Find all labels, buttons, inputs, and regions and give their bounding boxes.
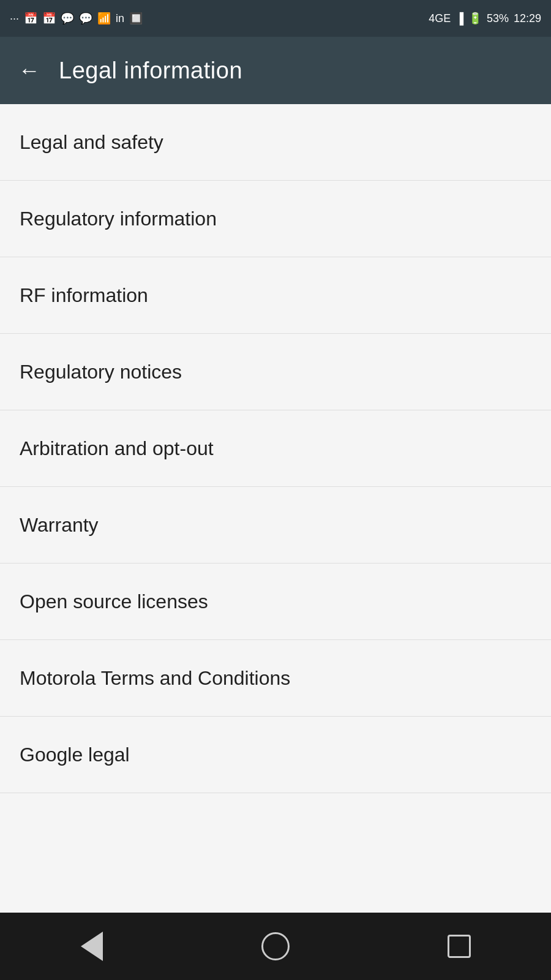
calendar-icon-2: 📅 <box>42 12 56 25</box>
home-nav-icon <box>261 932 290 960</box>
notification-dots-icon: ··· <box>10 12 19 25</box>
menu-item-rf-info[interactable]: RF information <box>0 257 551 334</box>
battery-icon: 🔋 <box>468 12 482 25</box>
menu-item-label-legal-safety: Legal and safety <box>20 131 163 154</box>
menu-item-warranty[interactable]: Warranty <box>0 487 551 564</box>
network-type-label: 4GE <box>429 12 451 25</box>
menu-item-open-source[interactable]: Open source licenses <box>0 564 551 640</box>
app-icon: 🔲 <box>129 12 143 25</box>
status-bar-right: 4GE ▐ 🔋 53% 12:29 <box>429 12 541 25</box>
back-button[interactable]: ← <box>15 56 44 85</box>
menu-item-motorola-terms[interactable]: Motorola Terms and Conditions <box>0 640 551 717</box>
nav-home-button[interactable] <box>251 922 300 971</box>
back-nav-icon <box>81 932 103 961</box>
menu-item-label-motorola-terms: Motorola Terms and Conditions <box>20 667 290 690</box>
chat-icon-2: 💬 <box>79 12 92 25</box>
time-display: 12:29 <box>514 12 541 25</box>
menu-item-arbitration[interactable]: Arbitration and opt-out <box>0 410 551 487</box>
calendar-icon-1: 📅 <box>24 12 37 25</box>
menu-item-legal-safety[interactable]: Legal and safety <box>0 104 551 181</box>
bottom-nav-bar <box>0 913 551 980</box>
menu-item-label-rf-info: RF information <box>20 284 148 307</box>
menu-list: Legal and safetyRegulatory informationRF… <box>0 104 551 793</box>
linkedin-icon: in <box>116 12 124 25</box>
chat-icon-1: 💬 <box>61 12 74 25</box>
battery-percent: 53% <box>487 12 509 25</box>
status-bar: ··· 📅 📅 💬 💬 📶 in 🔲 4GE ▐ 🔋 53% 12:29 <box>0 0 551 37</box>
signal-icon: ▐ <box>455 12 463 25</box>
recents-nav-icon <box>448 935 471 958</box>
menu-item-regulatory-info[interactable]: Regulatory information <box>0 181 551 257</box>
nav-recents-button[interactable] <box>435 922 484 971</box>
wifi-icon: 📶 <box>97 12 111 25</box>
status-bar-left: ··· 📅 📅 💬 💬 📶 in 🔲 <box>10 12 143 25</box>
app-bar: ← Legal information <box>0 37 551 104</box>
menu-item-label-regulatory-info: Regulatory information <box>20 208 217 230</box>
page-title: Legal information <box>59 58 242 84</box>
nav-back-button[interactable] <box>67 922 116 971</box>
menu-item-google-legal[interactable]: Google legal <box>0 717 551 793</box>
menu-item-label-open-source: Open source licenses <box>20 590 208 613</box>
menu-item-label-arbitration: Arbitration and opt-out <box>20 437 214 460</box>
menu-item-regulatory-notices[interactable]: Regulatory notices <box>0 334 551 410</box>
menu-item-label-warranty: Warranty <box>20 514 99 537</box>
menu-item-label-google-legal: Google legal <box>20 744 130 766</box>
menu-item-label-regulatory-notices: Regulatory notices <box>20 361 182 383</box>
